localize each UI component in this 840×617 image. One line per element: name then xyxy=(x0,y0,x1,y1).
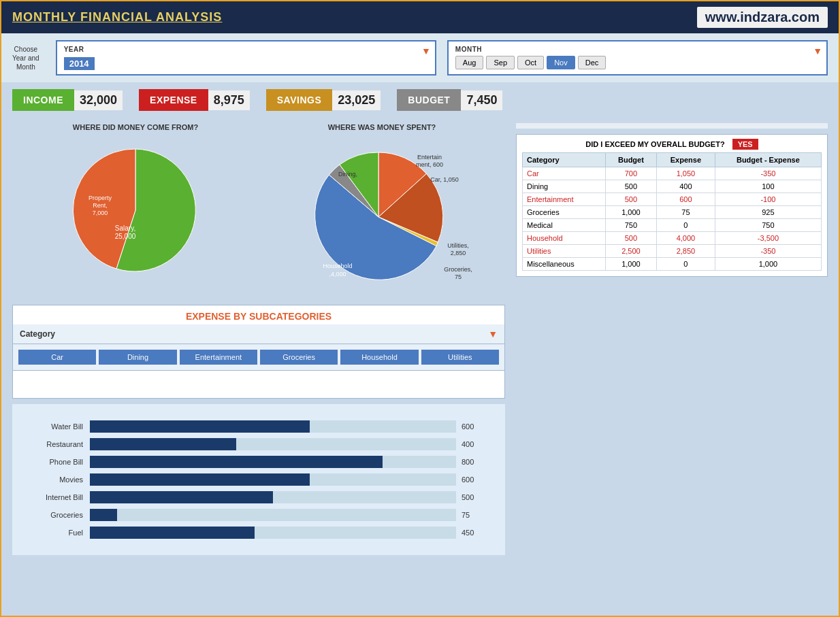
savings-item: SAVINGS 23,025 xyxy=(266,89,381,111)
bar-value-restaurant: 400 xyxy=(462,440,489,448)
month-sep[interactable]: Sep xyxy=(486,56,515,69)
expense-label: EXPENSE xyxy=(139,89,208,111)
cat-btn-dining[interactable]: Dining xyxy=(99,350,176,365)
bar-track-movies xyxy=(90,473,456,486)
svg-text:Entertain: Entertain xyxy=(417,154,442,161)
bar-label-groceries: Groceries xyxy=(29,511,90,519)
bar-label-internetbill: Internet Bill xyxy=(29,493,90,501)
right-panel: DID I EXCEED MY OVERALL BUDGET? YES Cate… xyxy=(511,118,833,561)
year-filter-icon[interactable]: ▼ xyxy=(421,46,431,56)
svg-text:Salary,: Salary, xyxy=(115,224,135,232)
cat-btn-groceries[interactable]: Groceries xyxy=(260,350,338,365)
cat-btn-utilities[interactable]: Utilities xyxy=(421,350,499,365)
header: MONTHLY FINANCIAL ANALYSIS www.indzara.c… xyxy=(1,1,839,33)
bar-track-waterbill xyxy=(90,420,456,433)
app-title: MONTHLY FINANCIAL ANALYSIS xyxy=(12,10,222,24)
budget-row-diff: -100 xyxy=(715,193,821,206)
budget-row-diff: 750 xyxy=(715,219,821,232)
bar-value-fuel: 450 xyxy=(462,529,489,537)
svg-text:Car, 1,050: Car, 1,050 xyxy=(430,176,459,183)
budget-row-expense: 1,050 xyxy=(656,167,715,180)
bar-track-fuel xyxy=(90,527,456,539)
income-value: 32,000 xyxy=(74,90,123,110)
budget-row-category: Miscellaneous xyxy=(523,258,606,271)
expense-item: EXPENSE 8,975 xyxy=(139,89,250,111)
income-pie-chart: Salary, 25,000 Property Rent, 7,000 xyxy=(61,135,210,285)
subcategory-section: EXPENSE BY SUBCATEGORIES Category ▼ Car … xyxy=(12,305,505,399)
cat-btn-household[interactable]: Household xyxy=(340,350,418,365)
bar-row-internetbill: Internet Bill 500 xyxy=(29,491,489,503)
bar-label-phonebill: Phone Bill xyxy=(29,458,90,466)
svg-text:7,000: 7,000 xyxy=(93,210,108,216)
budget-row-budget: 500 xyxy=(605,180,656,193)
budget-row-category: Medical xyxy=(523,219,606,232)
svg-text:Property: Property xyxy=(88,195,112,201)
budget-row-budget: 1,000 xyxy=(605,206,656,219)
budget-row-budget: 750 xyxy=(605,219,656,232)
choose-label: ChooseYear andMonth xyxy=(12,45,39,71)
bar-row-fuel: Fuel 450 xyxy=(29,527,489,539)
brand-label: www.indzara.com xyxy=(697,7,828,28)
budget-top-bar xyxy=(516,123,828,129)
budget-table: Category Budget Expense Budget - Expense… xyxy=(522,152,822,271)
budget-row-diff: 925 xyxy=(715,206,821,219)
month-aug[interactable]: Aug xyxy=(455,56,484,69)
bar-value-groceries: 75 xyxy=(462,511,489,519)
budget-row-budget: 2,500 xyxy=(605,245,656,258)
budget-row-expense: 400 xyxy=(656,180,715,193)
subcategory-filter-icon[interactable]: ▼ xyxy=(488,329,498,339)
budget-row-budget: 500 xyxy=(605,232,656,245)
bar-value-movies: 600 xyxy=(462,476,489,484)
budget-row-category: Dining xyxy=(523,180,606,193)
budget-row-expense: 600 xyxy=(656,193,715,206)
bar-fill-phonebill xyxy=(90,456,383,468)
svg-text:Groceries,: Groceries, xyxy=(444,266,472,273)
bar-row-groceries: Groceries 75 xyxy=(29,509,489,521)
bar-value-internetbill: 500 xyxy=(462,493,489,501)
left-panel: WHERE DID MONEY COME FROM? Salary, 25,00 xyxy=(7,118,511,561)
bar-label-restaurant: Restaurant xyxy=(29,440,90,448)
budget-yes-badge: YES xyxy=(732,139,758,150)
svg-text:,4,000: ,4,000 xyxy=(329,271,346,278)
svg-text:Utilities,: Utilities, xyxy=(447,242,469,249)
savings-value: 23,025 xyxy=(332,90,381,110)
col-header-diff: Budget - Expense xyxy=(715,153,821,167)
subcategory-header: Category ▼ xyxy=(13,324,504,344)
income-label: INCOME xyxy=(12,89,74,111)
savings-label: SAVINGS xyxy=(266,89,332,111)
svg-text:2,850: 2,850 xyxy=(451,250,466,256)
budget-row-expense: 2,850 xyxy=(656,245,715,258)
bar-track-groceries xyxy=(90,509,456,521)
budget-section: DID I EXCEED MY OVERALL BUDGET? YES Cate… xyxy=(516,134,828,277)
col-header-budget: Budget xyxy=(605,153,656,167)
summary-row: INCOME 32,000 EXPENSE 8,975 SAVINGS 23,0… xyxy=(1,82,839,118)
svg-text:Household: Household xyxy=(323,263,352,269)
budget-item: BUDGET 7,450 xyxy=(397,89,502,111)
bar-track-phonebill xyxy=(90,456,456,468)
income-chart-title: WHERE DID MONEY COME FROM? xyxy=(12,123,259,131)
cat-btn-car[interactable]: Car xyxy=(18,350,96,365)
bar-track-restaurant xyxy=(90,438,456,450)
budget-row-budget: 700 xyxy=(605,167,656,180)
bar-label-movies: Movies xyxy=(29,476,90,484)
year-control: YEAR ▼ 2014 xyxy=(56,40,436,76)
bar-label-waterbill: Water Bill xyxy=(29,422,90,431)
budget-question-text: DID I EXCEED MY OVERALL BUDGET? xyxy=(585,140,724,148)
month-filter-icon[interactable]: ▼ xyxy=(813,46,822,56)
month-oct[interactable]: Oct xyxy=(517,56,544,69)
bar-row-waterbill: Water Bill 600 xyxy=(29,420,489,433)
svg-text:75: 75 xyxy=(455,273,462,280)
budget-question: DID I EXCEED MY OVERALL BUDGET? YES xyxy=(522,140,822,148)
budget-row-budget: 500 xyxy=(605,193,656,206)
budget-row-diff: 100 xyxy=(715,180,821,193)
cat-btn-entertainment[interactable]: Entertainment xyxy=(180,350,257,365)
subcategory-spacer xyxy=(13,371,504,398)
bar-fill-groceries xyxy=(90,509,117,521)
month-nov[interactable]: Nov xyxy=(547,56,575,69)
budget-row-expense: 0 xyxy=(656,258,715,271)
month-dec[interactable]: Dec xyxy=(578,56,607,69)
year-label: YEAR xyxy=(64,46,428,53)
bar-value-phonebill: 800 xyxy=(462,458,489,466)
year-value[interactable]: 2014 xyxy=(64,57,95,70)
controls-row: ChooseYear andMonth YEAR ▼ 2014 MONTH ▼ … xyxy=(1,33,839,82)
